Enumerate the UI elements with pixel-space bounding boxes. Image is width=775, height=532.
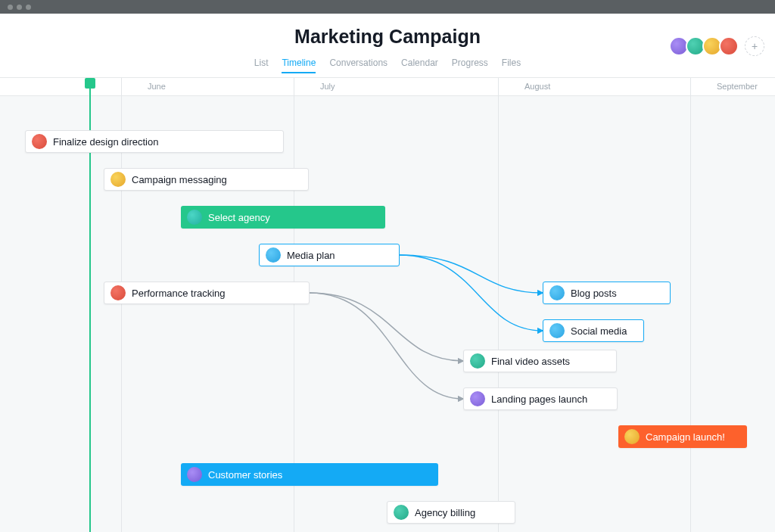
- assignee-avatar: [394, 505, 409, 520]
- chrome-dot: [17, 5, 22, 10]
- task-label: Campaign launch!: [646, 431, 725, 443]
- assignee-avatar: [266, 247, 281, 263]
- timeline-area[interactable]: JuneJulyAugustSeptember Finalize design …: [0, 78, 775, 532]
- task-label: Media plan: [287, 250, 335, 261]
- assignee-avatar: [187, 210, 202, 225]
- window-chrome: [0, 0, 775, 14]
- task-label: Blog posts: [571, 288, 617, 299]
- task-label: Performance tracking: [132, 288, 226, 299]
- add-collaborator-button[interactable]: +: [745, 36, 764, 56]
- task-social-media[interactable]: Social media: [543, 319, 644, 342]
- task-final-video[interactable]: Final video assets: [463, 350, 617, 372]
- task-performance-tracking[interactable]: Performance tracking: [104, 282, 310, 304]
- task-label: Customer stories: [208, 469, 282, 481]
- task-select-agency[interactable]: Select agency: [181, 206, 385, 229]
- task-label: Finalize design direction: [53, 136, 158, 148]
- chrome-dot: [8, 5, 13, 10]
- task-campaign-messaging[interactable]: Campaign messaging: [104, 168, 309, 191]
- assignee-avatar: [549, 285, 565, 300]
- tab-conversations[interactable]: Conversations: [329, 58, 388, 73]
- task-label: Social media: [571, 325, 627, 337]
- task-campaign-launch[interactable]: Campaign launch!: [618, 425, 747, 448]
- tabs: ListTimelineConversationsCalendarProgres…: [254, 58, 521, 77]
- task-media-plan[interactable]: Media plan: [259, 244, 400, 266]
- page-title: Marketing Campaign: [0, 14, 775, 55]
- collaborator-avatar[interactable]: [719, 36, 739, 56]
- tab-timeline[interactable]: Timeline: [282, 58, 316, 73]
- month-label: June: [148, 82, 166, 91]
- task-label: Campaign messaging: [132, 174, 227, 185]
- task-label: Agency billing: [415, 507, 475, 518]
- tasks: Finalize design directionCampaign messag…: [0, 96, 775, 532]
- tab-progress[interactable]: Progress: [452, 58, 488, 73]
- assignee-avatar: [470, 353, 485, 369]
- assignee-avatar: [110, 172, 126, 187]
- task-customer-stories[interactable]: Customer stories: [181, 463, 438, 486]
- assignee-avatar: [110, 285, 126, 300]
- page-header: Marketing Campaign ListTimelineConversat…: [0, 14, 775, 78]
- tab-files[interactable]: Files: [502, 58, 521, 73]
- assignee-avatar: [32, 134, 47, 149]
- task-label: Select agency: [208, 212, 270, 223]
- month-label: September: [717, 82, 758, 91]
- task-agency-billing[interactable]: Agency billing: [387, 501, 515, 524]
- chrome-dot: [26, 5, 31, 10]
- assignee-avatar: [187, 467, 202, 482]
- task-label: Landing pages launch: [491, 394, 587, 405]
- assignee-avatar: [549, 323, 565, 338]
- month-header: JuneJulyAugustSeptember: [0, 78, 775, 96]
- task-landing-pages[interactable]: Landing pages launch: [463, 387, 618, 410]
- month-label: August: [524, 82, 550, 91]
- task-label: Final video assets: [491, 356, 570, 367]
- task-blog-posts[interactable]: Blog posts: [543, 282, 671, 304]
- collaborator-avatars: +: [672, 36, 764, 56]
- assignee-avatar: [624, 429, 640, 444]
- month-label: July: [320, 82, 335, 91]
- assignee-avatar: [470, 391, 485, 406]
- tab-calendar[interactable]: Calendar: [401, 58, 438, 73]
- task-finalize-design[interactable]: Finalize design direction: [25, 130, 284, 153]
- tab-list[interactable]: List: [254, 58, 269, 73]
